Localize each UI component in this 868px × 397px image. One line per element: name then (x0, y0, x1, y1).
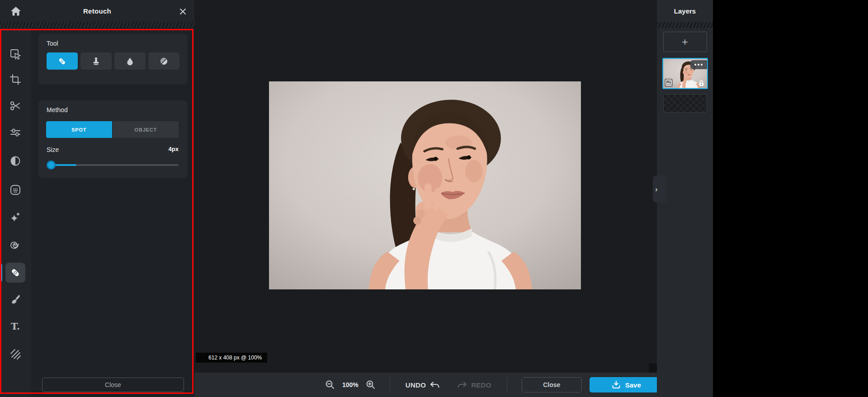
layers-title: Layers (657, 0, 713, 22)
zoom-level: 100% (342, 381, 359, 388)
panel-header: Retouch (0, 0, 194, 22)
canvas-image[interactable] (269, 81, 581, 289)
sidebar-item-contrast[interactable] (9, 155, 21, 167)
panel-title: Retouch (31, 0, 163, 22)
lock-icon[interactable] (698, 79, 705, 87)
tool-bandage-button[interactable] (47, 52, 78, 70)
tool-card: Tool (38, 34, 188, 85)
redo-button[interactable]: REDO (457, 381, 491, 389)
sidebar-item-select[interactable] (9, 48, 21, 60)
save-button[interactable]: Save (590, 377, 663, 392)
active-item-indicator (0, 264, 2, 282)
size-label: Size (47, 146, 59, 153)
undo-button[interactable]: UNDO (406, 381, 440, 389)
tonal-circle-icon (159, 57, 169, 66)
size-slider[interactable] (47, 161, 179, 170)
tool-clone-stamp-button[interactable] (80, 52, 112, 70)
tools-sidebar: T. (0, 28, 31, 397)
bandage-icon (9, 267, 21, 279)
method-label: Method (47, 106, 68, 113)
redo-label: REDO (471, 381, 491, 389)
method-segmented-control: SPOT OBJECT (46, 121, 179, 138)
panel-collapse-handle[interactable]: › (653, 175, 666, 203)
chevron-right-icon: › (655, 185, 658, 193)
layer-item-image[interactable] (662, 58, 708, 89)
canvas-area: 612 x 408 px @ 100% (194, 0, 657, 373)
layers-panel: Layers + › (657, 0, 713, 397)
scrollbar-corner (649, 364, 657, 373)
save-label: Save (625, 381, 641, 389)
zoom-out-icon (325, 380, 335, 390)
retouch-panel-region: Retouch (0, 0, 194, 397)
sidebar-item-effects[interactable] (9, 211, 21, 223)
undo-label: UNDO (406, 381, 426, 389)
sidebar-item-draw[interactable] (9, 293, 21, 305)
sidebar-item-textures[interactable] (9, 348, 21, 360)
sidebar-item-cut[interactable] (9, 100, 21, 112)
close-icon (179, 8, 186, 15)
zoom-in-icon (366, 380, 376, 390)
sidebar-item-text[interactable]: T. (9, 320, 21, 332)
layer-options-button[interactable] (690, 60, 707, 69)
text-icon: T. (11, 321, 20, 331)
bottom-toolbar: 100% UNDO REDO Close Save (194, 373, 713, 397)
layer-item-transparent[interactable] (663, 94, 707, 113)
droplet-icon (125, 57, 135, 66)
sidebar-item-crop[interactable] (9, 74, 21, 85)
editor-close-button[interactable]: Close (522, 377, 582, 392)
zoom-out-button[interactable] (325, 379, 335, 390)
add-layer-button[interactable]: + (663, 32, 707, 52)
method-spot-button[interactable]: SPOT (46, 121, 112, 138)
tool-tone-button[interactable] (148, 52, 179, 70)
size-value: 4px (169, 146, 179, 152)
sidebar-item-retouch[interactable] (5, 263, 25, 283)
sidebar-item-liquify[interactable] (9, 238, 21, 250)
redo-arrow-icon (457, 382, 467, 388)
undo-arrow-icon (429, 382, 440, 388)
stamp-icon (91, 57, 101, 66)
method-object-button[interactable]: OBJECT (113, 121, 179, 138)
image-status: 612 x 408 px @ 100% (196, 353, 267, 363)
hatch-divider (0, 22, 194, 28)
empty-right-area (713, 0, 868, 397)
panel-close-button[interactable]: Close (42, 378, 184, 392)
save-download-icon (612, 381, 621, 389)
tool-blur-button[interactable] (114, 52, 146, 70)
bandage-icon (57, 57, 67, 66)
retouch-panel-body: Tool (31, 28, 194, 397)
slider-thumb[interactable] (47, 161, 56, 170)
hatch-divider (657, 22, 713, 28)
zoom-in-button[interactable] (365, 379, 376, 390)
home-button[interactable] (0, 0, 31, 22)
divider (507, 378, 507, 392)
method-card: Method SPOT OBJECT Size 4px (38, 100, 188, 178)
panel-close-x-button[interactable] (177, 5, 189, 17)
tool-label: Tool (47, 40, 58, 47)
divider (390, 378, 390, 392)
home-icon (10, 5, 22, 17)
sidebar-item-adjust[interactable] (9, 127, 21, 138)
image-layer-icon (665, 79, 673, 87)
sidebar-item-frame[interactable] (9, 184, 21, 196)
